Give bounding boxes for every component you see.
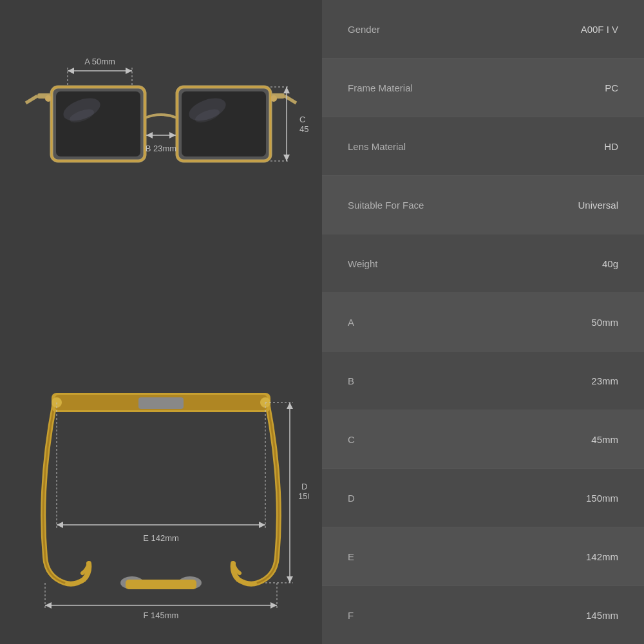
- svg-marker-28: [283, 155, 290, 161]
- top-diagram: E 142mm D 150mm F 145mm: [13, 319, 309, 628]
- left-panel: A 50mm B 23mm C 45mm: [0, 0, 322, 644]
- spec-value: 40g: [602, 258, 618, 269]
- spec-value: Universal: [578, 200, 618, 211]
- spec-row: Frame MaterialPC: [322, 59, 644, 117]
- spec-label: Weight: [348, 258, 377, 269]
- spec-label: E: [348, 551, 354, 562]
- svg-marker-56: [270, 602, 277, 609]
- spec-value: A00F I V: [581, 24, 618, 35]
- spec-value: HD: [604, 141, 618, 152]
- spec-row: E142mm: [322, 527, 644, 586]
- svg-text:C: C: [299, 115, 305, 124]
- front-diagram: A 50mm B 23mm C 45mm: [13, 16, 309, 312]
- spec-value: 45mm: [591, 434, 618, 445]
- svg-marker-24: [169, 132, 176, 138]
- spec-value: 23mm: [591, 375, 618, 386]
- spec-row: A50mm: [322, 293, 644, 352]
- svg-point-11: [270, 95, 277, 102]
- spec-label: Suitable For Face: [348, 200, 424, 211]
- svg-marker-48: [287, 402, 293, 409]
- spec-value: 142mm: [586, 551, 618, 562]
- spec-row: C45mm: [322, 410, 644, 469]
- spec-row: Weight40g: [322, 234, 644, 293]
- spec-value: 145mm: [586, 610, 618, 621]
- spec-row: B23mm: [322, 352, 644, 410]
- svg-text:A  50mm: A 50mm: [84, 57, 115, 66]
- svg-text:F  145mm: F 145mm: [144, 611, 179, 620]
- right-panel: GenderA00F I VFrame MaterialPCLens Mater…: [322, 0, 644, 644]
- svg-marker-27: [283, 87, 290, 93]
- svg-text:B  23mm: B 23mm: [146, 144, 176, 153]
- spec-value: 50mm: [591, 317, 618, 328]
- svg-marker-23: [146, 132, 153, 138]
- svg-rect-35: [138, 397, 184, 409]
- spec-label: A: [348, 317, 354, 328]
- svg-text:E  142mm: E 142mm: [143, 533, 179, 543]
- svg-text:D: D: [301, 482, 307, 491]
- svg-marker-17: [68, 68, 74, 74]
- spec-label: F: [348, 610, 354, 621]
- svg-marker-55: [45, 602, 52, 609]
- svg-rect-40: [126, 580, 196, 589]
- spec-value: PC: [605, 82, 618, 93]
- svg-marker-49: [287, 576, 293, 583]
- spec-row: GenderA00F I V: [322, 0, 644, 59]
- spec-row: D150mm: [322, 469, 644, 527]
- svg-point-10: [45, 95, 52, 102]
- spec-row: Suitable For FaceUniversal: [322, 176, 644, 234]
- spec-label: Gender: [348, 24, 380, 35]
- spec-label: C: [348, 434, 355, 445]
- spec-label: Lens Material: [348, 141, 406, 152]
- spec-row: Lens MaterialHD: [322, 117, 644, 176]
- spec-label: D: [348, 493, 355, 504]
- svg-marker-42: [57, 522, 63, 528]
- svg-marker-18: [126, 68, 132, 74]
- svg-text:45mm: 45mm: [299, 124, 309, 134]
- spec-label: Frame Material: [348, 82, 413, 93]
- svg-text:150mm: 150mm: [298, 491, 309, 501]
- spec-label: B: [348, 375, 354, 386]
- svg-line-12: [26, 96, 37, 103]
- spec-value: 150mm: [586, 493, 618, 504]
- svg-marker-43: [259, 522, 265, 528]
- spec-row: F145mm: [322, 586, 644, 644]
